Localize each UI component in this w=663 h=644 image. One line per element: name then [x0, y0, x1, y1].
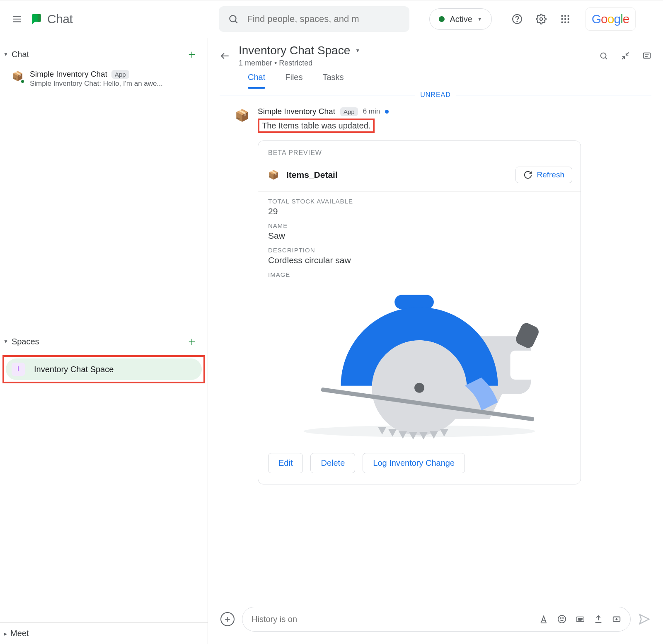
search-icon [228, 14, 239, 24]
spaces-section-header[interactable]: ▼ Spaces ＋ [0, 329, 208, 353]
apps-grid-icon[interactable] [560, 14, 571, 24]
space-item-label: Inventory Chat Space [34, 365, 114, 374]
svg-point-12 [564, 18, 566, 20]
meet-section-label: Meet [10, 629, 29, 638]
svg-point-8 [561, 15, 563, 17]
new-chat-button[interactable]: ＋ [186, 46, 198, 62]
chat-section-header[interactable]: ▼ Chat ＋ [0, 42, 208, 66]
chat-panel-icon[interactable] [642, 51, 651, 61]
format-icon[interactable] [539, 615, 548, 624]
stock-label: TOTAL STOCK AVAILABLE [268, 198, 571, 205]
tab-chat[interactable]: Chat [248, 73, 265, 89]
top-bar: Chat Active ▼ Google [0, 0, 663, 38]
unread-divider: UNREAD [208, 89, 663, 101]
status-label: Active [450, 15, 472, 24]
status-pill[interactable]: Active ▼ [429, 8, 491, 30]
svg-line-4 [235, 21, 237, 23]
svg-point-13 [567, 18, 569, 20]
app-name: Chat [47, 12, 73, 26]
svg-text:GIF: GIF [578, 618, 583, 621]
svg-point-18 [601, 53, 606, 58]
app-badge: App [111, 70, 129, 79]
svg-rect-26 [510, 351, 535, 380]
saw-image [258, 278, 581, 444]
svg-point-10 [567, 15, 569, 17]
send-icon[interactable] [638, 613, 651, 625]
card-title: Items_Detail [286, 170, 338, 180]
status-dot-icon [439, 16, 445, 22]
sidebar: ▼ Chat ＋ 📦 Simple Inventory Chat App Sim… [0, 38, 208, 644]
presence-dot-icon [20, 79, 25, 84]
google-logo[interactable]: Google [586, 7, 636, 31]
svg-point-15 [564, 21, 566, 23]
app-logo[interactable]: Chat [30, 12, 73, 26]
emoji-icon[interactable] [557, 615, 566, 624]
upload-icon[interactable] [594, 615, 603, 624]
svg-point-31 [414, 383, 424, 393]
unread-label: UNREAD [415, 91, 456, 99]
svg-rect-22 [644, 53, 651, 58]
composer-row: ＋ GIF [208, 598, 663, 644]
search-space-icon[interactable] [599, 51, 608, 61]
caret-down-icon: ▼ [477, 16, 482, 22]
chat-list-item[interactable]: 📦 Simple Inventory Chat App Simple Inven… [0, 66, 208, 92]
svg-point-43 [560, 617, 561, 618]
refresh-button[interactable]: Refresh [515, 167, 572, 183]
svg-point-7 [540, 18, 542, 21]
name-value: Saw [268, 231, 571, 241]
space-tabs: Chat Files Tasks [208, 68, 663, 89]
help-icon[interactable] [512, 14, 523, 24]
name-label: NAME [268, 222, 571, 229]
delete-button[interactable]: Delete [310, 453, 355, 473]
message-row: 📦 Simple Inventory Chat App 6 min The It… [208, 101, 663, 484]
caret-right-icon: ▸ [4, 630, 7, 637]
caret-down-icon: ▼ [3, 51, 8, 57]
app-badge: App [340, 107, 358, 116]
svg-line-20 [626, 52, 629, 55]
spaces-section-label: Spaces [12, 337, 39, 346]
collapse-icon[interactable] [621, 51, 630, 61]
gif-icon[interactable]: GIF [576, 615, 585, 624]
card-beta-label: BETA PREVIEW [258, 141, 581, 162]
composer-input[interactable] [252, 615, 532, 624]
svg-point-16 [567, 21, 569, 23]
highlighted-space-box: I Inventory Chat Space [2, 355, 205, 383]
space-avatar: I [12, 363, 25, 376]
stock-value: 29 [268, 206, 571, 216]
composer[interactable]: GIF [242, 607, 631, 632]
message-sender: Simple Inventory Chat [258, 107, 335, 116]
chat-logo-icon [30, 12, 43, 26]
space-subtitle: 1 member • Restricted [239, 59, 360, 68]
svg-marker-51 [640, 615, 649, 624]
log-change-button[interactable]: Log Inventory Change [363, 453, 465, 473]
tab-files[interactable]: Files [285, 73, 302, 89]
svg-point-9 [564, 15, 566, 17]
chat-section-label: Chat [12, 50, 29, 59]
desc-value: Cordless circular saw [268, 255, 571, 265]
space-list-item[interactable]: I Inventory Chat Space [6, 358, 202, 380]
chat-item-subtitle: Simple Inventory Chat: Hello, I'm an awe… [30, 80, 163, 88]
search-input[interactable] [247, 14, 400, 24]
unread-dot-icon [385, 110, 389, 114]
tab-tasks[interactable]: Tasks [322, 73, 344, 89]
meet-section-header[interactable]: ▸ Meet [0, 622, 208, 644]
refresh-label: Refresh [537, 170, 564, 179]
svg-point-11 [561, 18, 563, 20]
chat-item-avatar: 📦 [11, 70, 24, 83]
svg-point-14 [561, 21, 563, 23]
new-space-button[interactable]: ＋ [186, 334, 198, 349]
message-time: 6 min [363, 107, 380, 116]
caret-down-icon[interactable]: ▼ [355, 48, 360, 53]
desc-label: DESCRIPTION [268, 247, 571, 254]
back-arrow-icon[interactable] [220, 51, 230, 61]
image-label: IMAGE [268, 271, 571, 278]
inventory-card: BETA PREVIEW 📦 Items_Detail Refresh TOTA… [258, 140, 581, 484]
refresh-icon [523, 170, 532, 179]
video-meet-icon[interactable] [612, 615, 621, 624]
card-icon: 📦 [268, 170, 279, 180]
search-box[interactable] [219, 6, 409, 32]
settings-icon[interactable] [536, 14, 547, 24]
menu-icon[interactable] [12, 14, 22, 24]
add-button[interactable]: ＋ [220, 612, 235, 626]
edit-button[interactable]: Edit [268, 453, 303, 473]
